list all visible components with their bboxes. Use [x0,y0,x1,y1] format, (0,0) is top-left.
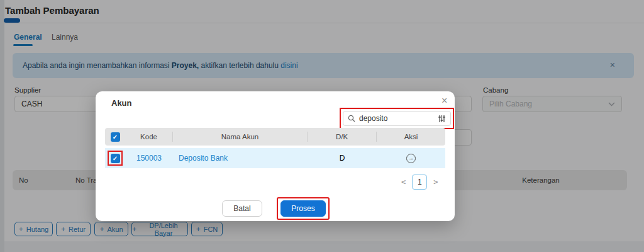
proses-button[interactable]: Proses [280,200,326,217]
filter-sliders-icon[interactable] [438,115,446,123]
pagination-page-1[interactable]: 1 [412,175,427,190]
pagination: < 1 > [401,175,438,190]
tambah-pembayaran-page: Tambah Pembayaran General Lainnya Apabil… [0,0,644,252]
akun-modal: Akun × deposito Kode Nama Akun D/K Aksi … [96,91,455,221]
modal-title: Akun [111,98,132,108]
account-table-header: Kode Nama Akun D/K Aksi [105,128,445,146]
select-all-checkbox[interactable] [111,132,120,142]
search-icon [348,115,355,122]
row-go-arrow-icon[interactable]: → [406,154,416,163]
row-dk-value: D [308,154,377,163]
col-header-nama-akun: Nama Akun [173,132,308,142]
col-header-aksi: Aksi [377,133,445,140]
col-header-dk: D/K [308,132,377,142]
modal-close-icon[interactable]: × [441,95,447,106]
account-table: Kode Nama Akun D/K Aksi 150003 Deposito … [105,128,445,168]
pagination-next-icon[interactable]: > [433,178,438,186]
row-kode-link[interactable]: 150003 [125,154,173,163]
col-header-kode: Kode [125,132,173,142]
pagination-prev-icon[interactable]: < [401,178,406,186]
row-nama-akun-link[interactable]: Deposito Bank [173,154,308,163]
account-table-row[interactable]: 150003 Deposito Bank D → [105,148,445,168]
search-value: deposito [359,114,434,123]
row-checkbox[interactable] [111,154,120,163]
account-search-input[interactable]: deposito [343,111,451,126]
batal-button[interactable]: Batal [222,200,262,217]
